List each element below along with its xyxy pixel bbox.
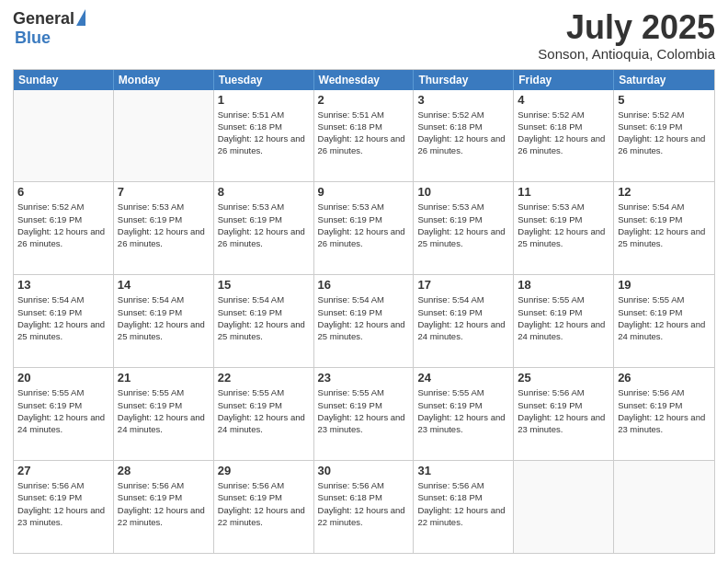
day-info: Sunrise: 5:51 AM Sunset: 6:18 PM Dayligh…: [318, 109, 410, 157]
day-info: Sunrise: 5:56 AM Sunset: 6:19 PM Dayligh…: [518, 386, 609, 435]
calendar-cell: 24Sunrise: 5:55 AM Sunset: 6:19 PM Dayli…: [414, 368, 514, 460]
day-info: Sunrise: 5:54 AM Sunset: 6:19 PM Dayligh…: [218, 293, 310, 342]
calendar-row: 20Sunrise: 5:55 AM Sunset: 6:19 PM Dayli…: [14, 368, 714, 461]
day-info: Sunrise: 5:56 AM Sunset: 6:19 PM Dayligh…: [218, 479, 310, 528]
day-number: 3: [417, 93, 509, 107]
calendar-row: 1Sunrise: 5:51 AM Sunset: 6:18 PM Daylig…: [14, 90, 714, 183]
logo-general-text: General: [13, 9, 74, 29]
calendar-cell: 25Sunrise: 5:56 AM Sunset: 6:19 PM Dayli…: [514, 368, 614, 460]
calendar-cell: 12Sunrise: 5:54 AM Sunset: 6:19 PM Dayli…: [614, 182, 714, 274]
day-number: 20: [17, 371, 109, 385]
day-info: Sunrise: 5:54 AM Sunset: 6:19 PM Dayligh…: [318, 293, 410, 342]
calendar-cell: 15Sunrise: 5:54 AM Sunset: 6:19 PM Dayli…: [214, 275, 314, 367]
day-info: Sunrise: 5:56 AM Sunset: 6:18 PM Dayligh…: [318, 479, 410, 528]
calendar-header-cell: Saturday: [614, 70, 714, 90]
calendar-cell: [614, 461, 714, 553]
calendar-cell: 26Sunrise: 5:56 AM Sunset: 6:19 PM Dayli…: [614, 368, 714, 460]
logo-triangle-icon: [76, 9, 85, 26]
day-info: Sunrise: 5:55 AM Sunset: 6:19 PM Dayligh…: [417, 386, 509, 435]
day-info: Sunrise: 5:53 AM Sunset: 6:19 PM Dayligh…: [218, 201, 310, 249]
calendar-cell: 10Sunrise: 5:53 AM Sunset: 6:19 PM Dayli…: [414, 182, 514, 274]
calendar-header-cell: Sunday: [14, 70, 114, 90]
day-number: 4: [518, 93, 609, 107]
calendar-cell: 28Sunrise: 5:56 AM Sunset: 6:19 PM Dayli…: [114, 461, 214, 553]
calendar-cell: 3Sunrise: 5:52 AM Sunset: 6:18 PM Daylig…: [414, 90, 514, 182]
calendar-cell: 27Sunrise: 5:56 AM Sunset: 6:19 PM Dayli…: [14, 461, 114, 553]
day-number: 14: [118, 278, 210, 292]
calendar-cell: 2Sunrise: 5:51 AM Sunset: 6:18 PM Daylig…: [314, 90, 415, 182]
day-number: 19: [618, 278, 711, 292]
calendar-header-cell: Wednesday: [314, 70, 415, 90]
calendar-cell: 6Sunrise: 5:52 AM Sunset: 6:19 PM Daylig…: [14, 182, 114, 274]
calendar-cell: 14Sunrise: 5:54 AM Sunset: 6:19 PM Dayli…: [114, 275, 214, 367]
day-number: 16: [318, 278, 410, 292]
title-area: July 2025 Sonson, Antioquia, Colombia: [538, 9, 715, 62]
calendar-body: 1Sunrise: 5:51 AM Sunset: 6:18 PM Daylig…: [14, 90, 714, 553]
calendar-cell: 11Sunrise: 5:53 AM Sunset: 6:19 PM Dayli…: [514, 182, 614, 274]
calendar-row: 27Sunrise: 5:56 AM Sunset: 6:19 PM Dayli…: [14, 461, 714, 553]
day-info: Sunrise: 5:54 AM Sunset: 6:19 PM Dayligh…: [618, 201, 711, 249]
day-info: Sunrise: 5:53 AM Sunset: 6:19 PM Dayligh…: [318, 201, 410, 249]
day-info: Sunrise: 5:55 AM Sunset: 6:19 PM Dayligh…: [17, 386, 109, 435]
day-info: Sunrise: 5:51 AM Sunset: 6:18 PM Dayligh…: [218, 109, 310, 157]
calendar-cell: 30Sunrise: 5:56 AM Sunset: 6:18 PM Dayli…: [314, 461, 415, 553]
day-number: 24: [417, 371, 509, 385]
day-info: Sunrise: 5:52 AM Sunset: 6:18 PM Dayligh…: [518, 109, 609, 157]
calendar-cell: 29Sunrise: 5:56 AM Sunset: 6:19 PM Dayli…: [214, 461, 314, 553]
day-number: 9: [318, 185, 410, 199]
calendar-cell: 31Sunrise: 5:56 AM Sunset: 6:18 PM Dayli…: [414, 461, 514, 553]
calendar-cell: 1Sunrise: 5:51 AM Sunset: 6:18 PM Daylig…: [214, 90, 314, 182]
day-info: Sunrise: 5:54 AM Sunset: 6:19 PM Dayligh…: [118, 293, 210, 342]
day-info: Sunrise: 5:55 AM Sunset: 6:19 PM Dayligh…: [618, 293, 711, 342]
day-info: Sunrise: 5:56 AM Sunset: 6:19 PM Dayligh…: [618, 386, 711, 435]
calendar-cell: 13Sunrise: 5:54 AM Sunset: 6:19 PM Dayli…: [14, 275, 114, 367]
day-number: 28: [118, 464, 210, 477]
calendar-header-cell: Monday: [114, 70, 214, 90]
location-title: Sonson, Antioquia, Colombia: [538, 46, 715, 62]
day-info: Sunrise: 5:56 AM Sunset: 6:18 PM Dayligh…: [417, 479, 509, 528]
calendar-cell: 18Sunrise: 5:55 AM Sunset: 6:19 PM Dayli…: [514, 275, 614, 367]
calendar-cell: 8Sunrise: 5:53 AM Sunset: 6:19 PM Daylig…: [214, 182, 314, 274]
day-info: Sunrise: 5:53 AM Sunset: 6:19 PM Dayligh…: [417, 201, 509, 249]
header: General Blue July 2025 Sonson, Antioquia…: [13, 9, 715, 62]
day-info: Sunrise: 5:52 AM Sunset: 6:19 PM Dayligh…: [618, 109, 711, 157]
calendar-header-cell: Tuesday: [214, 70, 314, 90]
day-number: 18: [518, 278, 609, 292]
day-number: 17: [417, 278, 509, 292]
day-number: 27: [17, 464, 109, 477]
day-info: Sunrise: 5:52 AM Sunset: 6:18 PM Dayligh…: [417, 109, 509, 157]
day-number: 31: [417, 464, 509, 477]
day-info: Sunrise: 5:55 AM Sunset: 6:19 PM Dayligh…: [518, 293, 609, 342]
calendar-cell: [114, 90, 214, 182]
day-number: 13: [17, 278, 109, 292]
day-number: 25: [518, 371, 609, 385]
day-number: 15: [218, 278, 310, 292]
calendar-header-cell: Thursday: [414, 70, 514, 90]
day-info: Sunrise: 5:52 AM Sunset: 6:19 PM Dayligh…: [17, 201, 109, 249]
day-number: 2: [318, 93, 410, 107]
day-number: 7: [118, 185, 210, 199]
day-number: 29: [218, 464, 310, 477]
calendar-cell: 17Sunrise: 5:54 AM Sunset: 6:19 PM Dayli…: [414, 275, 514, 367]
day-info: Sunrise: 5:53 AM Sunset: 6:19 PM Dayligh…: [518, 201, 609, 249]
calendar: SundayMondayTuesdayWednesdayThursdayFrid…: [13, 69, 715, 554]
day-info: Sunrise: 5:55 AM Sunset: 6:19 PM Dayligh…: [318, 386, 410, 435]
calendar-cell: 16Sunrise: 5:54 AM Sunset: 6:19 PM Dayli…: [314, 275, 415, 367]
calendar-cell: [514, 461, 614, 553]
calendar-cell: [14, 90, 114, 182]
calendar-cell: 21Sunrise: 5:55 AM Sunset: 6:19 PM Dayli…: [114, 368, 214, 460]
day-number: 23: [318, 371, 410, 385]
calendar-cell: 5Sunrise: 5:52 AM Sunset: 6:19 PM Daylig…: [614, 90, 714, 182]
calendar-cell: 20Sunrise: 5:55 AM Sunset: 6:19 PM Dayli…: [14, 368, 114, 460]
day-number: 8: [218, 185, 310, 199]
calendar-row: 6Sunrise: 5:52 AM Sunset: 6:19 PM Daylig…: [14, 182, 714, 275]
day-info: Sunrise: 5:54 AM Sunset: 6:19 PM Dayligh…: [17, 293, 109, 342]
day-number: 5: [618, 93, 711, 107]
day-number: 26: [618, 371, 711, 385]
day-info: Sunrise: 5:53 AM Sunset: 6:19 PM Dayligh…: [118, 201, 210, 249]
calendar-header-cell: Friday: [514, 70, 614, 90]
calendar-cell: 19Sunrise: 5:55 AM Sunset: 6:19 PM Dayli…: [614, 275, 714, 367]
day-info: Sunrise: 5:56 AM Sunset: 6:19 PM Dayligh…: [118, 479, 210, 528]
day-number: 30: [318, 464, 410, 477]
day-info: Sunrise: 5:54 AM Sunset: 6:19 PM Dayligh…: [417, 293, 509, 342]
